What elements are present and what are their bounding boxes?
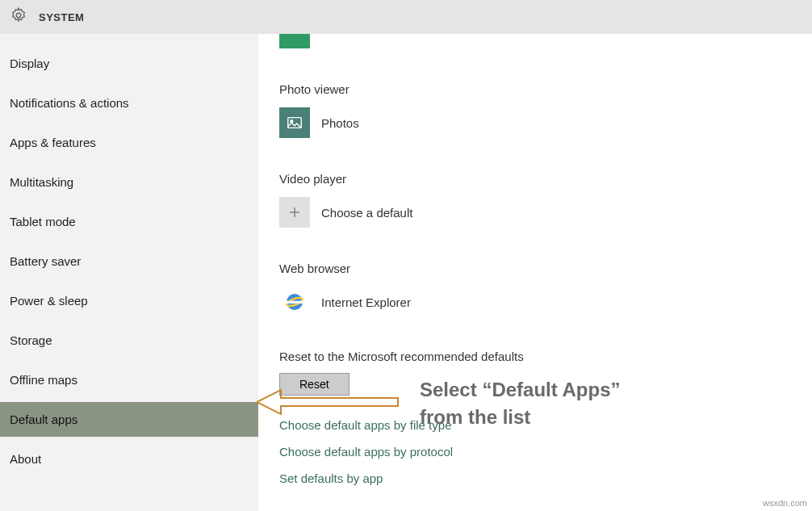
link-by-protocol[interactable]: Choose default apps by protocol (279, 445, 791, 459)
sidebar: Display Notifications & actions Apps & f… (0, 34, 258, 511)
gear-icon (10, 6, 27, 27)
photos-icon (279, 107, 310, 138)
sidebar-item-power-sleep[interactable]: Power & sleep (0, 283, 258, 318)
partial-app-tile[interactable] (279, 34, 310, 48)
reset-heading: Reset to the Microsoft recommended defau… (279, 350, 791, 363)
main-area: Display Notifications & actions Apps & f… (0, 34, 812, 511)
sidebar-item-storage[interactable]: Storage (0, 323, 258, 358)
window-title: SYSTEM (39, 11, 84, 23)
photo-viewer-section: Photo viewer Photos (279, 82, 791, 138)
content-panel: Photo viewer Photos Video player (258, 34, 812, 511)
link-by-app[interactable]: Set defaults by app (279, 471, 791, 485)
section-heading: Video player (279, 172, 791, 186)
app-label: Choose a default (321, 206, 412, 220)
svg-rect-7 (287, 301, 303, 304)
sidebar-item-default-apps[interactable]: Default apps (0, 402, 258, 437)
ie-icon (279, 287, 310, 317)
sidebar-item-apps-features[interactable]: Apps & features (0, 125, 258, 160)
reset-button[interactable]: Reset (279, 373, 349, 396)
plus-icon (279, 197, 310, 228)
annotation-text: Select “Default Apps” from the list (420, 376, 621, 430)
annotation-line1: Select “Default Apps” (420, 376, 621, 404)
sidebar-item-display[interactable]: Display (0, 46, 258, 81)
sidebar-item-multitasking[interactable]: Multitasking (0, 165, 258, 199)
section-heading: Web browser (279, 262, 791, 275)
video-player-app[interactable]: Choose a default (279, 197, 791, 228)
web-browser-section: Web browser Internet Explorer (279, 262, 791, 317)
app-label: Photos (321, 116, 359, 130)
watermark: wsxdn.com (763, 498, 807, 508)
photo-viewer-app[interactable]: Photos (279, 107, 791, 138)
app-label: Internet Explorer (321, 295, 411, 309)
sidebar-item-notifications[interactable]: Notifications & actions (0, 86, 258, 120)
sidebar-item-about[interactable]: About (0, 442, 258, 476)
titlebar: SYSTEM (0, 0, 812, 34)
sidebar-item-offline-maps[interactable]: Offline maps (0, 362, 258, 397)
sidebar-item-tablet-mode[interactable]: Tablet mode (0, 204, 258, 239)
annotation-line2: from the list (420, 404, 621, 431)
sidebar-item-battery-saver[interactable]: Battery saver (0, 244, 258, 279)
video-player-section: Video player Choose a default (279, 172, 791, 228)
svg-point-0 (16, 13, 21, 18)
web-browser-app[interactable]: Internet Explorer (279, 287, 791, 317)
section-heading: Photo viewer (279, 82, 791, 96)
